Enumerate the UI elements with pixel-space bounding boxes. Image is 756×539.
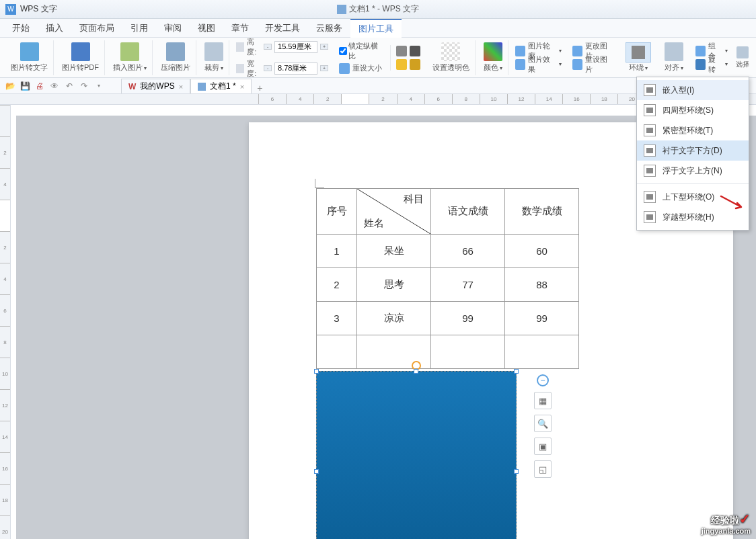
height-dec[interactable]: - xyxy=(264,44,272,50)
height-input[interactable] xyxy=(274,41,317,53)
menu-chapter[interactable]: 章节 xyxy=(223,19,257,37)
wrap-option-through[interactable]: 穿越型环绕(H) xyxy=(637,207,749,227)
wrap-button[interactable]: 环绕 xyxy=(620,40,656,75)
tab-my-wps-close[interactable]: × xyxy=(179,83,183,91)
wrap-option-topbottom[interactable]: 上下型环绕(O) xyxy=(637,187,749,207)
qb-save-icon[interactable]: 💾 xyxy=(19,80,31,92)
pic-to-pdf-button[interactable]: 图片转PDF xyxy=(56,40,105,75)
color-button[interactable]: 颜色 xyxy=(478,40,508,75)
crop-button[interactable]: 裁剪 xyxy=(199,40,229,75)
menu-picture-tools[interactable]: 图片工具 xyxy=(350,19,402,38)
brightness2-icon[interactable] xyxy=(410,59,420,70)
cell-name: 呆坐 xyxy=(357,235,431,268)
lock-ratio-input[interactable] xyxy=(339,47,347,55)
wrap-option-square[interactable]: 四周型环绕(S) xyxy=(637,100,749,120)
tab-doc1-close[interactable]: × xyxy=(240,83,244,91)
tab-doc1[interactable]: 文档1 * × xyxy=(190,79,252,93)
float-crop-button[interactable]: ▣ xyxy=(534,438,552,455)
resize-handle-r[interactable] xyxy=(514,469,519,474)
doc-tab-icon xyxy=(198,83,206,91)
ruler-v-tick: 12 xyxy=(0,389,10,421)
resize-handle-l[interactable] xyxy=(314,469,319,474)
resize-handle-tl[interactable] xyxy=(314,369,319,374)
resize-handle-tr[interactable] xyxy=(514,369,519,374)
menu-insert[interactable]: 插入 xyxy=(38,19,71,37)
menu-review[interactable]: 审阅 xyxy=(156,19,190,37)
cell-empty xyxy=(431,335,505,369)
height-inc[interactable]: + xyxy=(320,44,328,50)
watermark-brand: 经验啦 xyxy=(711,515,739,526)
wrap-option-label: 嵌入型(I) xyxy=(663,85,694,96)
score-table[interactable]: 序号 科目 姓名 语文成绩 数学成绩 1 呆坐 66 60 2 思考 77 88 xyxy=(316,188,579,369)
float-zoom-button[interactable]: 🔍 xyxy=(534,415,552,432)
lock-ratio-checkbox[interactable]: 锁定纵横比 xyxy=(339,41,383,61)
menu-start[interactable]: 开始 xyxy=(4,19,38,37)
rotate-button[interactable]: 旋转▾ xyxy=(695,58,728,71)
transparent-button[interactable]: 设置透明色 xyxy=(427,40,476,75)
diag-name-label: 姓名 xyxy=(364,217,384,230)
reset-pic-button[interactable]: 重设图片 xyxy=(572,58,613,71)
table-row: 3 凉凉 99 99 xyxy=(317,302,579,335)
chinese-header: 语文成绩 xyxy=(431,189,505,235)
wrap-option-behind[interactable]: 衬于文字下方(D) xyxy=(637,140,749,161)
cell-seq: 1 xyxy=(317,235,357,268)
menu-dev[interactable]: 开发工具 xyxy=(257,19,308,37)
outline-effect-stack: 图片轮廓▾ 图片效果▾ xyxy=(511,45,566,71)
cell-chinese: 99 xyxy=(431,302,505,335)
insert-pic-button[interactable]: 插入图片 xyxy=(108,40,153,75)
width-inc[interactable]: + xyxy=(320,65,328,71)
select-button[interactable]: 选择 xyxy=(734,40,751,75)
qb-more-icon[interactable]: ▾ xyxy=(93,80,105,92)
ruler-vertical[interactable]: 2 4 2 4 6 8 10 12 14 16 18 20 22 24 26 2… xyxy=(0,105,11,539)
menu-reference[interactable]: 引用 xyxy=(122,19,156,37)
inserted-image[interactable] xyxy=(316,371,517,539)
rotate-icon xyxy=(695,59,706,70)
tab-my-wps[interactable]: W 我的WPS × xyxy=(121,79,190,93)
qb-redo-icon[interactable]: ↷ xyxy=(78,80,90,92)
menu-view[interactable]: 视图 xyxy=(190,19,223,37)
resize-handle-t[interactable] xyxy=(414,369,418,374)
wrap-option-front[interactable]: 浮于文字上方(N) xyxy=(637,161,749,181)
seq-header: 序号 xyxy=(317,189,357,235)
qb-undo-icon[interactable]: ↶ xyxy=(63,80,75,92)
wrap-option-tight[interactable]: 紧密型环绕(T) xyxy=(637,120,749,140)
tab-doc1-label: 文档1 * xyxy=(210,81,236,92)
ruler-tick: 16 xyxy=(562,94,590,104)
width-dec[interactable]: - xyxy=(264,65,272,71)
table-row xyxy=(317,335,579,369)
image-artwork xyxy=(317,532,516,539)
effect-button[interactable]: 图片效果▾ xyxy=(515,58,562,71)
align-button[interactable]: 对齐 xyxy=(659,40,689,75)
ruler-v-tick: 10 xyxy=(0,358,10,389)
cell-math: 60 xyxy=(505,235,579,268)
width-label: 宽度: xyxy=(247,58,261,79)
contrast2-icon[interactable] xyxy=(410,46,420,56)
select-label: 选择 xyxy=(736,60,749,69)
qb-preview-icon[interactable]: 👁 xyxy=(48,80,61,92)
compress-button[interactable]: 压缩图片 xyxy=(155,40,196,75)
menu-separator xyxy=(637,183,749,184)
qb-open-icon[interactable]: 📂 xyxy=(4,80,16,92)
pic-to-text-button[interactable]: 图片转文字 xyxy=(5,40,54,75)
float-reset-button[interactable]: ◱ xyxy=(534,460,552,478)
qb-print-icon[interactable]: 🖨 xyxy=(34,80,46,92)
contrast-icon[interactable] xyxy=(396,46,407,56)
ruler-v-tick: 2 xyxy=(0,136,10,168)
align-icon xyxy=(665,42,683,61)
width-input[interactable] xyxy=(274,63,317,75)
group-rotate-stack: 组合▾ 旋转▾ xyxy=(691,45,732,71)
collapse-toolbar-button[interactable]: − xyxy=(537,374,549,386)
reset-size-button[interactable]: 重设大小 xyxy=(339,63,383,75)
watermark-domain: jingyanla.com xyxy=(702,527,751,535)
app-name: WPS 文字 xyxy=(20,3,57,15)
wrap-option-label: 上下型环绕(O) xyxy=(663,192,714,203)
tab-add-button[interactable]: + xyxy=(252,83,268,93)
brightness-icon[interactable] xyxy=(396,59,407,70)
float-wrap-button[interactable]: ▦ xyxy=(534,392,552,409)
wrap-icon xyxy=(632,46,645,59)
wrap-option-inline[interactable]: 嵌入型(I) xyxy=(637,80,749,100)
menu-layout[interactable]: 页面布局 xyxy=(71,19,122,37)
menu-cloud[interactable]: 云服务 xyxy=(308,19,350,37)
tab-area: W 我的WPS × 文档1 * × + xyxy=(121,78,268,93)
wrap-dropdown-menu: 嵌入型(I) 四周型环绕(S) 紧密型环绕(T) 衬于文字下方(D) 浮于文字上… xyxy=(636,77,749,231)
